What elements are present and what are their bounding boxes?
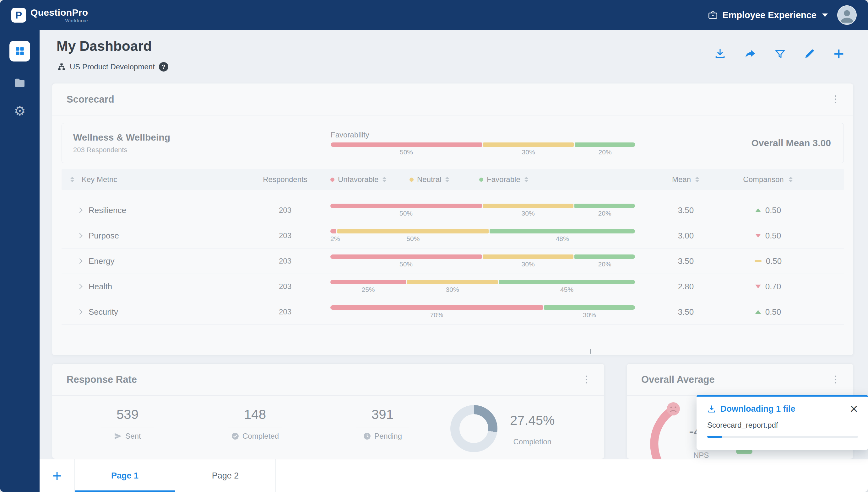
- sidebar-item-dashboards[interactable]: [9, 41, 30, 62]
- segment-label: 50%: [400, 148, 413, 156]
- chevron-right-icon[interactable]: [77, 259, 83, 264]
- column-respondents[interactable]: Respondents: [251, 175, 319, 184]
- unfavorable-segment: [330, 280, 406, 284]
- plus-icon: +: [834, 46, 844, 61]
- stacked-bar: 50% 30% 20%: [330, 254, 635, 268]
- add-page-button[interactable]: +: [40, 459, 75, 492]
- unfavorable-dot-icon: [330, 178, 334, 182]
- page-tabs-bar: + Page 1 Page 2: [40, 459, 868, 492]
- mean-value: 3.50: [651, 256, 721, 266]
- sidebar-item-settings[interactable]: ⚙: [13, 104, 27, 118]
- tab-page-2[interactable]: Page 2: [175, 459, 276, 492]
- workspace-label: Employee Experience: [722, 10, 817, 20]
- share-icon: [744, 48, 756, 59]
- toast-title: Downloading 1 file: [720, 404, 795, 414]
- person-icon: [838, 6, 856, 24]
- segment-label: 48%: [556, 235, 569, 242]
- response-rate-widget: Response Rate 539 Sent 148 Completed: [52, 363, 605, 459]
- favorable-segment: [490, 229, 635, 233]
- sort-icon[interactable]: [524, 176, 529, 183]
- segment-label: 20%: [599, 148, 612, 156]
- metric-name: Health: [89, 282, 112, 292]
- sort-icon[interactable]: [382, 176, 387, 183]
- chevron-right-icon[interactable]: [77, 208, 83, 213]
- mean-value: 3.50: [651, 205, 721, 215]
- nps-label: NPS: [694, 451, 709, 459]
- favorable-segment: [575, 143, 635, 147]
- table-row-energy[interactable]: Energy 203 50% 30% 20%: [62, 248, 844, 274]
- chevron-right-icon[interactable]: [77, 284, 83, 289]
- kebab-menu-icon[interactable]: [583, 373, 590, 386]
- folder-icon: [14, 77, 26, 89]
- sort-icon[interactable]: [695, 176, 700, 183]
- segment-label: 45%: [560, 286, 573, 293]
- resize-handle[interactable]: [590, 349, 591, 353]
- chevron-right-icon[interactable]: [77, 233, 83, 239]
- help-icon[interactable]: ?: [159, 62, 168, 72]
- sidebar-item-folders[interactable]: [13, 76, 27, 90]
- gear-icon: ⚙: [14, 104, 26, 118]
- column-mean[interactable]: Mean: [651, 175, 721, 184]
- widget-title: Response Rate: [67, 374, 137, 385]
- scorecard-widget: Scorecard Wellness & Wellbeing 203 Respo…: [52, 83, 853, 355]
- download-progress-bar: [707, 436, 858, 438]
- sort-icon[interactable]: [445, 176, 450, 183]
- add-widget-button[interactable]: +: [834, 46, 844, 61]
- tab-page-1[interactable]: Page 1: [75, 459, 175, 492]
- workspace-selector[interactable]: Employee Experience: [708, 10, 828, 20]
- breadcrumb: US Product Development ?: [57, 62, 168, 72]
- table-row-purpose[interactable]: Purpose 203 2% 50% 48%: [62, 223, 844, 248]
- brand-name: QuestionPro: [30, 7, 88, 18]
- questionpro-logo-icon: P: [11, 8, 26, 23]
- dashboard-toolbar: +: [714, 46, 844, 61]
- stat-pending: 391 Pending: [329, 407, 436, 441]
- comparison-value: 0.70: [765, 282, 781, 292]
- metric-name: Purpose: [89, 231, 119, 241]
- segment-label: 30%: [522, 148, 535, 156]
- table-row-security[interactable]: Security 203 70% 30% 3.50: [62, 299, 844, 325]
- favorability-stacked-bar: [331, 143, 635, 147]
- segment-label: 30%: [583, 311, 596, 318]
- neutral-segment: [483, 254, 573, 259]
- edit-button[interactable]: [804, 48, 815, 59]
- table-row-resilience[interactable]: Resilience 203 50% 30% 20%: [62, 198, 844, 223]
- kebab-menu-icon[interactable]: [832, 93, 839, 106]
- close-icon[interactable]: ×: [850, 404, 858, 414]
- stat-value: 391: [329, 407, 436, 422]
- column-favorable[interactable]: Favorable: [479, 175, 529, 184]
- download-icon: [714, 48, 726, 59]
- scorecard-summary: Wellness & Wellbeing 203 Respondents Fav…: [62, 123, 844, 163]
- sort-icon[interactable]: [788, 176, 793, 183]
- table-row-health[interactable]: Health 203 25% 30% 45%: [62, 274, 844, 299]
- segment-label: 50%: [399, 261, 413, 268]
- toast-filename: Scorecard_report.pdf: [707, 421, 858, 429]
- clock-icon: [363, 432, 371, 440]
- download-button[interactable]: [714, 48, 726, 59]
- unfavorable-segment: [330, 229, 336, 233]
- plus-icon: +: [52, 469, 62, 482]
- column-unfavorable[interactable]: Unfavorable: [330, 175, 409, 184]
- send-icon: [114, 432, 122, 440]
- stat-value: 539: [74, 407, 181, 422]
- column-key-metric[interactable]: Key Metric: [81, 175, 117, 184]
- unfavorable-segment: [330, 204, 482, 208]
- segment-label: 70%: [430, 311, 443, 318]
- brand[interactable]: P QuestionPro Workforce: [11, 7, 88, 23]
- segment-label: 50%: [399, 210, 413, 217]
- filter-button[interactable]: [774, 48, 786, 59]
- column-neutral[interactable]: Neutral: [409, 175, 479, 184]
- respondents-value: 203: [251, 308, 319, 316]
- favorability-label: Favorability: [331, 130, 635, 139]
- chevron-right-icon[interactable]: [77, 310, 83, 315]
- stat-value: 148: [202, 407, 308, 422]
- avatar[interactable]: [837, 5, 857, 25]
- sort-icon[interactable]: [70, 176, 75, 183]
- segment-label: 25%: [361, 286, 375, 293]
- trend-down-icon: [755, 285, 761, 288]
- column-comparison[interactable]: Comparison: [721, 175, 815, 184]
- dashboard-grid-icon: [15, 46, 25, 56]
- stacked-bar: 70% 30%: [330, 305, 635, 319]
- share-button[interactable]: [744, 48, 756, 59]
- kebab-menu-icon[interactable]: [832, 373, 839, 386]
- completion-donut-chart: [450, 405, 497, 452]
